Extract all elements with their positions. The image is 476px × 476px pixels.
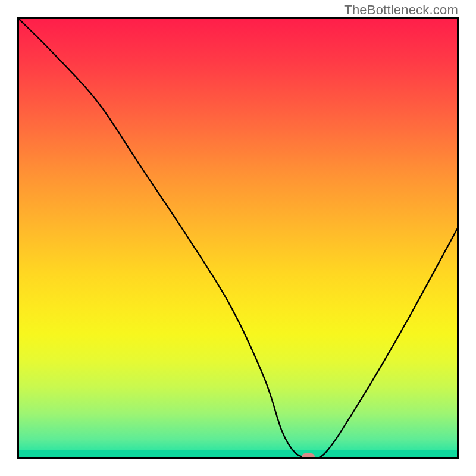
- bottleneck-curve: [19, 19, 457, 457]
- minimum-marker: [302, 453, 315, 459]
- watermark-text: TheBottleneck.com: [344, 2, 458, 18]
- curve-path: [19, 19, 457, 457]
- chart-frame: [17, 17, 459, 459]
